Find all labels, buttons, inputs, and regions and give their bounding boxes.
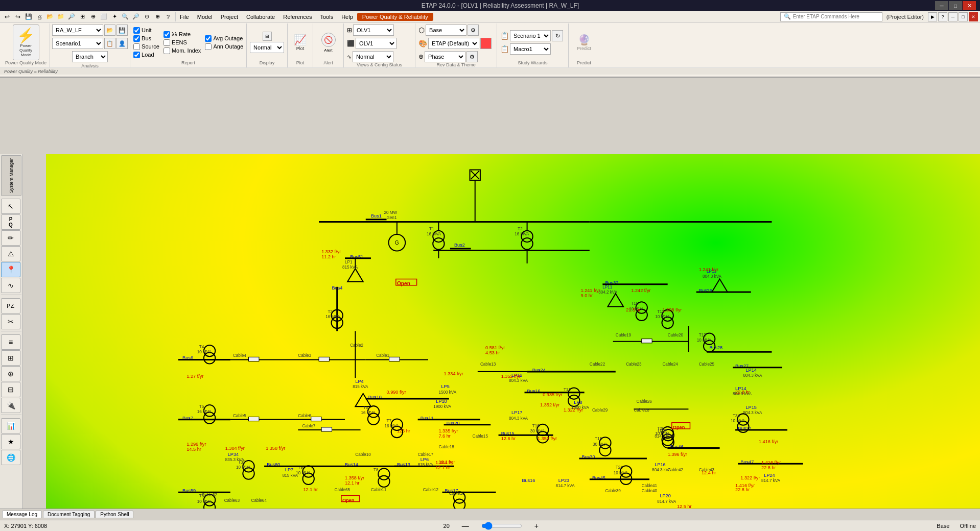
menu-help[interactable]: Help [337,13,357,21]
zoom-plus-btn[interactable]: + [532,522,541,530]
project-save-btn[interactable]: 💾 [116,25,128,36]
base-dropdown[interactable]: Base [426,25,466,36]
svg-text:T15: T15 [595,437,602,441]
zoom-area-btn[interactable]: ✦ [109,12,120,21]
theme-color-btn[interactable] [480,38,492,49]
pe-btn5[interactable]: ✕ [969,12,978,21]
normal-dropdown-2[interactable]: Normal [353,51,393,62]
find-btn[interactable]: 🔎 [66,12,77,21]
phase-dropdown[interactable]: Phase [425,51,465,62]
tool-marker[interactable]: 📍 [1,262,20,277]
tool-wave[interactable]: ∿ [1,278,20,293]
pe-btn3[interactable]: ─ [948,12,958,21]
maximize-btn[interactable]: □ [949,1,962,10]
svg-text:10 MVA: 10 MVA [236,465,251,470]
search-input[interactable] [793,14,875,19]
menu-pqr[interactable]: Power Quality & Reliability [357,13,433,21]
project-dropdown[interactable]: RA_W_LF [52,25,103,36]
svg-text:10 MVA: 10 MVA [731,419,745,423]
svg-rect-105 [642,339,652,343]
grid-btn[interactable]: ⊞ [77,12,87,21]
snap-btn[interactable]: ⊕ [88,12,98,21]
scenario-btn1[interactable]: 📋 [104,38,115,49]
alert-clear-btn[interactable]: 🚫 [321,33,336,47]
tool-star[interactable]: ★ [1,434,20,449]
checkbox-bus[interactable]: Bus [133,35,159,42]
zoom-slider[interactable] [481,522,522,530]
close-btn[interactable]: ✕ [963,1,976,10]
minimize-btn[interactable]: ─ [935,1,948,10]
tool-earth[interactable]: 🌐 [1,450,20,465]
svg-text:LP6: LP6 [421,457,429,462]
svg-text:Cable24: Cable24 [662,362,678,367]
help-qat-btn[interactable]: ? [163,12,173,21]
tool-menu[interactable]: ≡ [1,334,20,350]
base-run-btn[interactable]: ⚙ [468,25,479,36]
select-btn[interactable]: ⬜ [99,12,109,21]
tool-chart[interactable]: 📊 [1,418,20,433]
tool-pq[interactable]: PQ [1,214,20,230]
predict-btn[interactable]: 🔮 Predict [575,32,593,53]
normal-dropdown[interactable]: Normal Phase [250,42,284,53]
main-canvas[interactable]: Bus1 Bus2 G 20 MW Gen1 [46,154,980,531]
undo-btn[interactable]: ↩ [2,12,12,21]
macro-dropdown[interactable]: Macro1 [510,43,551,55]
scenario1-dropdown[interactable]: Scenario 1 [510,30,551,41]
zoom-fit-btn[interactable]: ⊙ [142,12,152,21]
tool-scissors[interactable]: ✂ [1,314,20,329]
zoom-in-btn[interactable]: 🔍 [120,12,130,21]
scenario-refresh-btn[interactable]: ↻ [552,30,563,41]
tab-message-log[interactable]: Message Log [2,511,42,518]
menu-references[interactable]: References [279,13,316,21]
tool-grid[interactable]: ⊞ [1,350,20,366]
tool-phasor[interactable]: P∠ [1,298,20,313]
tool-arrow[interactable]: ↖ [1,199,20,214]
checkbox-source[interactable]: Source [133,43,159,50]
checkbox-lambda-rate[interactable]: λλ Rate [164,31,201,38]
save-btn[interactable]: 💾 [24,12,34,21]
tab-document-tagging[interactable]: Document Tagging [43,511,95,518]
menu-collaborate[interactable]: Collaborate [242,13,279,21]
power-quality-mode-btn[interactable]: ⚡ Power Quality Mode [13,25,39,60]
menu-file[interactable]: File [176,13,193,21]
system-manager-tab[interactable]: System Manager [1,155,21,196]
svg-text:Cable17: Cable17 [418,452,434,457]
scenario-dropdown[interactable]: Scenario1 [52,38,103,49]
checkbox-ann-outage[interactable]: Ann Outage [205,43,243,50]
display-expand-btn[interactable]: ⊞ [263,32,272,41]
plot-btn[interactable]: 📈 Plot [292,32,309,53]
tool-add[interactable]: ⊕ [1,366,20,381]
tab-python-shell[interactable]: Python Shell [96,511,133,518]
tool-connect[interactable]: 🔌 [1,398,20,413]
checkbox-avg-outage[interactable]: Avg Outage [205,35,243,42]
scenario-btn2[interactable]: 👤 [116,38,128,49]
checkbox-eens[interactable]: EENS [164,39,201,46]
project-folder-btn[interactable]: 📂 [104,25,115,36]
tool-warning[interactable]: ⚠ [1,246,20,261]
menu-tools[interactable]: Tools [316,13,337,21]
menu-project[interactable]: Project [217,13,242,21]
checkbox-load[interactable]: Load [133,52,159,58]
branch-dropdown[interactable]: Branch Bus Source Load [72,51,108,62]
checkbox-mom-index[interactable]: Mom. Index [164,47,201,54]
svg-text:815 kVA: 815 kVA [418,463,434,467]
phase-btn[interactable]: ⚙ [466,51,478,62]
zoom-all-btn[interactable]: ⊕ [152,12,162,21]
pe-btn4[interactable]: □ [959,12,968,21]
tool-pencil[interactable]: ✏ [1,230,20,246]
theme-dropdown[interactable]: ETAP (Default) [428,38,479,49]
zoom-minus-btn[interactable]: — [460,522,471,530]
new-btn[interactable]: 📁 [56,12,66,21]
checkbox-unit[interactable]: Unit [133,27,159,34]
olv1-dropdown-2[interactable]: OLV1 [356,38,396,49]
zoom-out-btn[interactable]: 🔎 [131,12,141,21]
open-btn[interactable]: 📂 [45,12,55,21]
redo-btn[interactable]: ↪ [13,12,23,21]
pe-btn2[interactable]: ? [938,12,947,21]
olv1-dropdown-1[interactable]: OLV1 [353,25,394,36]
theme-icon: 🎨 [418,39,427,47]
menu-model[interactable]: Model [193,13,217,21]
print-btn[interactable]: 🖨 [34,12,44,21]
tool-bus[interactable]: ⊟ [1,382,20,397]
pe-btn1[interactable]: ▶ [928,12,937,21]
